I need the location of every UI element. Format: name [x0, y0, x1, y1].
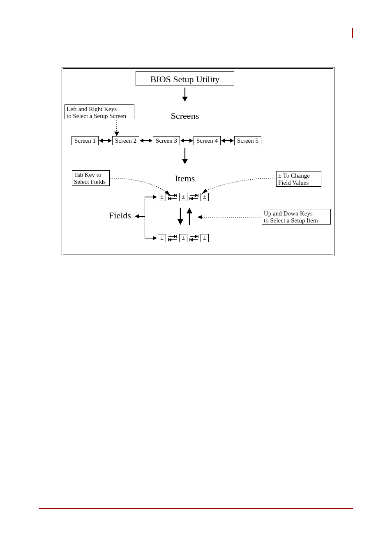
dashed-arrow-icon [114, 120, 120, 136]
svg-marker-17 [182, 159, 188, 164]
note-left-right: Left and Right Keys to Select a Setup Sc… [65, 104, 134, 119]
plusminus-box: ± [158, 193, 166, 201]
diagram-frame: BIOS Setup Utility Screens Left and Righ… [62, 67, 334, 256]
svg-marker-47 [174, 235, 177, 238]
screen-box-3: Screen 3 [153, 136, 180, 145]
svg-marker-23 [135, 214, 139, 218]
note-updown: Up and Down Keys to Select a Setup Item [262, 209, 331, 225]
svg-marker-6 [108, 139, 112, 143]
plusminus-box: ± [201, 193, 209, 201]
frame-inner [63, 68, 333, 255]
double-arrow-icon [140, 138, 152, 144]
svg-marker-5 [99, 139, 103, 143]
note-tab: Tab Key to Select Fields [72, 170, 110, 186]
note-tab-text: Tab Key to Select Fields [74, 171, 106, 185]
tab-icon [168, 234, 178, 242]
title-box: BIOS Setup Utility [136, 71, 234, 86]
screen-box-4: Screen 4 [194, 136, 221, 145]
arrow-up-icon [186, 208, 193, 225]
screens-label: Screens [166, 111, 203, 121]
text-cursor [352, 28, 353, 38]
svg-marker-53 [195, 235, 198, 238]
arrow-down-icon [177, 208, 184, 225]
svg-marker-8 [140, 139, 143, 143]
svg-marker-56 [190, 238, 193, 241]
screen-box-2: Screen 2 [112, 136, 139, 145]
svg-marker-21 [197, 215, 202, 219]
svg-marker-33 [187, 208, 192, 213]
plusminus-box: ± [158, 234, 166, 242]
note-plusminus-text: ± To Change Field Values [278, 172, 310, 186]
note-plusminus: ± To Change Field Values [276, 171, 321, 187]
dashed-curve-icon [201, 178, 275, 195]
note-left-right-text: Left and Right Keys to Select a Setup Sc… [67, 106, 126, 119]
dashed-arrow-left-icon [197, 214, 261, 220]
svg-marker-15 [230, 139, 234, 143]
double-arrow-icon [221, 138, 234, 144]
svg-marker-1 [182, 97, 188, 102]
tab-icon [189, 234, 199, 242]
double-arrow-icon [180, 138, 193, 144]
svg-marker-35 [174, 194, 177, 197]
footer-rule [39, 508, 353, 509]
svg-marker-38 [168, 197, 171, 200]
screen-box-5: Screen 5 [234, 136, 261, 145]
arrow-down-icon [181, 88, 189, 102]
tab-icon [189, 193, 199, 201]
note-updown-text: Up and Down Keys to Select a Setup Item [264, 210, 318, 224]
arrow-down-icon [181, 148, 189, 164]
svg-marker-9 [149, 139, 152, 143]
svg-marker-14 [221, 139, 225, 143]
plusminus-box: ± [201, 234, 209, 242]
svg-marker-31 [178, 219, 183, 225]
fields-label: Fields [106, 210, 134, 221]
svg-marker-41 [195, 194, 198, 197]
title-text: BIOS Setup Utility [150, 74, 220, 84]
svg-marker-11 [180, 139, 184, 143]
svg-marker-12 [189, 139, 193, 143]
svg-marker-44 [190, 197, 193, 200]
double-arrow-icon [99, 138, 112, 144]
plusminus-box: ± [179, 234, 187, 242]
svg-marker-29 [153, 236, 157, 240]
items-label: Items [171, 173, 199, 184]
tab-icon [168, 193, 178, 201]
screen-box-1: Screen 1 [71, 136, 99, 145]
svg-marker-50 [168, 238, 171, 241]
svg-marker-26 [153, 195, 157, 199]
arrow-left-icon [135, 213, 145, 219]
plusminus-box: ± [179, 193, 187, 201]
bracket-icon [145, 194, 157, 241]
page: BIOS Setup Utility Screens Left and Righ… [0, 0, 392, 556]
svg-marker-3 [114, 132, 119, 136]
